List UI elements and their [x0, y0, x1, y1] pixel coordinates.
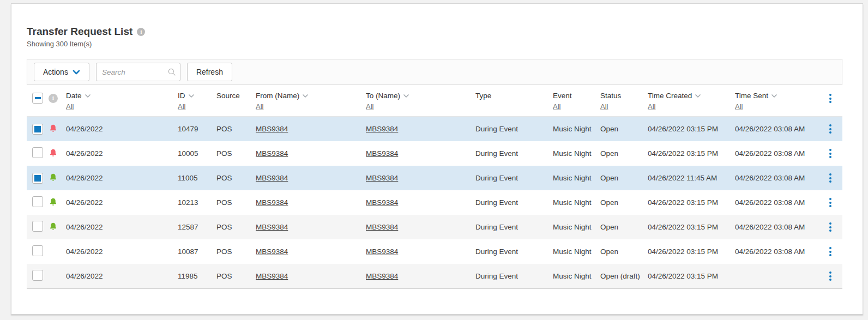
table-row[interactable]: 04/26/202212587POSMBS9384MBS9384During E…	[27, 215, 842, 239]
table-row[interactable]: 04/26/202211985POSMBS9384MBS9384During E…	[27, 264, 842, 288]
toolbar: Actions Refresh	[27, 59, 842, 85]
to-link[interactable]: MBS9384	[366, 198, 398, 207]
cell-time-created: 04/26/2022 03:15 PM	[648, 247, 735, 256]
cell-type: During Event	[475, 149, 553, 158]
column-header-created[interactable]: Time CreatedAll	[648, 91, 735, 112]
cell-time-created: 04/26/2022 03:15 PM	[648, 223, 735, 231]
column-header-date[interactable]: DateAll	[66, 91, 178, 112]
from-link[interactable]: MBS9384	[256, 174, 288, 182]
table-row[interactable]: 04/26/202210479POSMBS9384MBS9384During E…	[27, 117, 842, 141]
filter-all-link-created[interactable]: All	[648, 102, 655, 112]
row-menu-kebab-icon[interactable]	[828, 245, 833, 258]
row-checkbox[interactable]	[32, 221, 43, 232]
cell-to: MBS9384	[366, 198, 475, 207]
filter-all-link-status[interactable]: All	[600, 102, 608, 112]
row-checkbox[interactable]	[32, 173, 43, 184]
table-row[interactable]: 04/26/202210213POSMBS9384MBS9384During E…	[27, 190, 842, 215]
to-link[interactable]: MBS9384	[366, 125, 398, 133]
filter-all-link-event[interactable]: All	[553, 102, 560, 112]
actions-button-label: Actions	[43, 68, 68, 76]
row-menu-kebab-icon[interactable]	[828, 221, 833, 233]
cell-time-sent: 04/26/2022 03:08 AM	[735, 198, 818, 207]
cell-status: Open	[600, 149, 648, 158]
column-label: Date	[66, 91, 82, 101]
sort-chevron-icon	[403, 94, 409, 98]
cell-type: During Event	[475, 247, 553, 256]
table-row[interactable]: 04/26/202210005POSMBS9384MBS9384During E…	[27, 141, 842, 166]
from-link[interactable]: MBS9384	[256, 247, 288, 256]
cell-date: 04/26/2022	[66, 125, 178, 133]
cell-to: MBS9384	[366, 223, 475, 231]
filter-all-link-id[interactable]: All	[178, 102, 185, 112]
row-menu-kebab-icon[interactable]	[828, 147, 833, 160]
row-checkbox[interactable]	[32, 270, 43, 281]
filter-all-link-date[interactable]: All	[66, 102, 74, 112]
column-header-sent[interactable]: Time SentAll	[735, 91, 818, 112]
cell-from: MBS9384	[256, 174, 366, 182]
cell-date: 04/26/2022	[66, 198, 178, 207]
cell-time-created: 04/26/2022 03:15 PM	[648, 272, 735, 280]
column-label: Type	[475, 91, 491, 101]
sort-chevron-icon	[85, 94, 91, 98]
filter-all-link-sent[interactable]: All	[735, 102, 743, 112]
row-checkbox[interactable]	[32, 124, 43, 135]
column-header-from[interactable]: From (Name)All	[256, 91, 366, 112]
chevron-down-icon	[73, 70, 80, 75]
sort-chevron-icon	[771, 94, 777, 98]
cell-id: 10005	[178, 149, 216, 158]
row-menu-kebab-icon[interactable]	[828, 123, 833, 135]
cell-source: POS	[216, 198, 256, 207]
cell-source: POS	[216, 174, 256, 182]
from-link[interactable]: MBS9384	[256, 125, 288, 133]
cell-event: Music Night	[553, 223, 600, 231]
row-checkbox[interactable]	[32, 147, 43, 158]
from-link[interactable]: MBS9384	[256, 272, 288, 280]
from-link[interactable]: MBS9384	[256, 198, 288, 207]
to-link[interactable]: MBS9384	[366, 247, 398, 256]
row-menu-kebab-icon[interactable]	[828, 270, 833, 282]
actions-button[interactable]: Actions	[34, 63, 89, 81]
filter-all-link-from[interactable]: All	[256, 102, 263, 112]
table-menu-kebab-icon[interactable]	[828, 92, 833, 105]
cell-to: MBS9384	[366, 149, 475, 158]
row-menu-kebab-icon[interactable]	[828, 172, 833, 184]
cell-time-created: 04/26/2022 11:45 AM	[648, 174, 735, 182]
to-link[interactable]: MBS9384	[366, 223, 398, 231]
table-row[interactable]: 04/26/202210087POSMBS9384MBS9384During E…	[27, 239, 842, 264]
cell-event: Music Night	[553, 125, 600, 133]
select-all-checkbox[interactable]	[32, 93, 43, 104]
column-header-to[interactable]: To (Name)All	[366, 91, 475, 112]
refresh-button[interactable]: Refresh	[187, 63, 232, 81]
to-link[interactable]: MBS9384	[366, 174, 398, 182]
cell-date: 04/26/2022	[66, 247, 178, 256]
row-checkbox[interactable]	[32, 245, 43, 256]
row-checkbox[interactable]	[32, 196, 43, 207]
cell-event: Music Night	[553, 174, 600, 182]
row-menu-kebab-icon[interactable]	[828, 196, 833, 209]
from-link[interactable]: MBS9384	[256, 149, 288, 158]
cell-time-sent: 04/26/2022 03:08 AM	[735, 149, 818, 158]
to-link[interactable]: MBS9384	[366, 149, 398, 158]
filter-all-link-to[interactable]: All	[366, 102, 373, 112]
search-icon	[167, 68, 176, 76]
cell-to: MBS9384	[366, 174, 475, 182]
cell-event: Music Night	[553, 149, 600, 158]
cell-date: 04/26/2022	[66, 272, 178, 280]
cell-source: POS	[216, 149, 256, 158]
alert-bell-icon	[49, 221, 58, 232]
cell-source: POS	[216, 272, 256, 280]
to-link[interactable]: MBS9384	[366, 272, 398, 280]
cell-from: MBS9384	[256, 223, 366, 231]
column-label: Time Created	[648, 91, 692, 101]
cell-to: MBS9384	[366, 247, 475, 256]
table-row[interactable]: 04/26/202211005POSMBS9384MBS9384During E…	[27, 166, 842, 190]
table-header: i DateAllIDAllSourceFrom (Name)AllTo (Na…	[27, 85, 842, 117]
header-info-icon[interactable]: i	[49, 94, 58, 103]
cell-status: Open (draft)	[600, 272, 648, 280]
cell-to: MBS9384	[366, 125, 475, 133]
title-info-icon[interactable]: i	[137, 28, 145, 36]
cell-source: POS	[216, 223, 256, 231]
cell-from: MBS9384	[256, 149, 366, 158]
from-link[interactable]: MBS9384	[256, 223, 288, 231]
column-header-id[interactable]: IDAll	[178, 91, 216, 112]
